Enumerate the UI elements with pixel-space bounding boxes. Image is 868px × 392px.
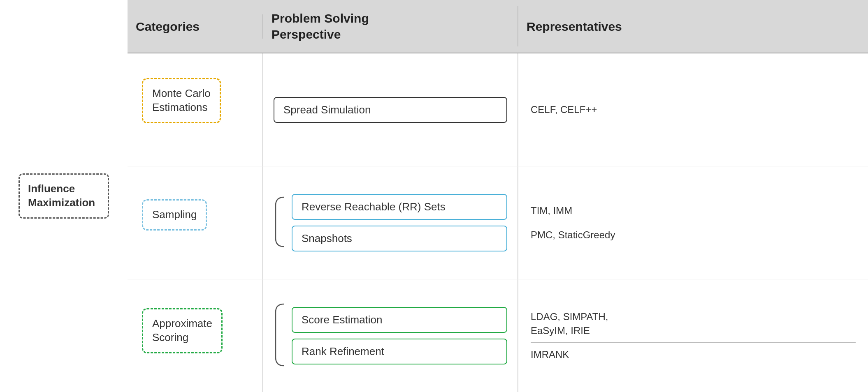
approx-bracket [274,302,286,369]
reps-approx: LDAG, SIMPATH,EaSyIM, IRIE IMRANK [518,279,868,392]
rep-ldag: LDAG, SIMPATH,EaSyIM, IRIE [531,305,856,343]
approx-bracket-group: Score Estimation Rank Refinement [274,302,507,369]
rep-celf: CELF, CELF++ [531,98,597,122]
approx-problems: Score Estimation Rank Refinement [292,307,507,364]
sampling-bracket-group: Reverse Reachable (RR) Sets Snapshots [274,194,507,251]
cats-sampling: Sampling [128,166,263,279]
main-content: Monte CarloEstimations Spread Simulation… [128,53,868,392]
right-area: Categories Problem SolvingPerspective Re… [128,0,868,392]
rep-imrank: IMRANK [531,343,856,367]
header-row: Categories Problem SolvingPerspective Re… [128,0,868,53]
reps-monte-carlo: CELF, CELF++ [518,53,868,166]
cats-approx: ApproximateScoring [128,279,263,392]
influence-maximization-box: Influence Maximization [19,173,109,219]
sampling-problems: Reverse Reachable (RR) Sets Snapshots [292,194,507,251]
category-sampling-box: Sampling [142,199,207,231]
prob-sampling: Reverse Reachable (RR) Sets Snapshots [263,166,518,279]
problem-snapshots: Snapshots [292,226,507,251]
bracket-svg-sampling [274,195,286,249]
problem-spread-simulation: Spread Simulation [274,97,507,123]
reps-sampling-stacked: TIM, IMM PMC, StaticGreedy [531,199,856,247]
rep-tim-imm: TIM, IMM [531,199,856,223]
left-column: Influence Maximization [0,0,128,392]
influence-maximization-label: Influence Maximization [28,182,95,209]
sampling-bracket [274,195,286,250]
cats-monte-carlo: Monte CarloEstimations [128,53,263,166]
problem-score-estimation: Score Estimation [292,307,507,333]
category-approx-box: ApproximateScoring [142,308,223,353]
prob-approx: Score Estimation Rank Refinement [263,279,518,392]
problem-rank-refinement: Rank Refinement [292,339,507,364]
header-problem: Problem SolvingPerspective [263,6,518,46]
header-reps: Representatives [518,14,868,39]
page-container: Influence Maximization Categories Proble… [0,0,868,392]
category-monte-carlo-box: Monte CarloEstimations [142,78,221,123]
reps-approx-stacked: LDAG, SIMPATH,EaSyIM, IRIE IMRANK [531,305,856,367]
problem-rr-sets: Reverse Reachable (RR) Sets [292,194,507,220]
row-monte-carlo: Monte CarloEstimations Spread Simulation… [128,53,868,166]
row-sampling: Sampling Reverse Reachable (RR) Sets [128,166,868,279]
row-approx: ApproximateScoring Score Estimation [128,279,868,392]
bracket-svg-approx [274,302,286,368]
prob-monte-carlo: Spread Simulation [263,53,518,166]
header-categories: Categories [128,14,263,39]
rep-pmc-staticgreedy: PMC, StaticGreedy [531,223,856,247]
reps-sampling: TIM, IMM PMC, StaticGreedy [518,166,868,279]
